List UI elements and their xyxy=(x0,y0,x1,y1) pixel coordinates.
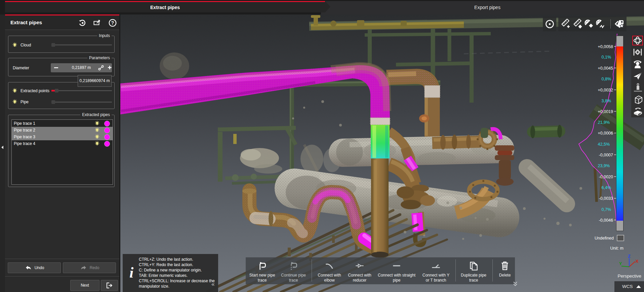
svg-text:?: ? xyxy=(111,20,114,26)
